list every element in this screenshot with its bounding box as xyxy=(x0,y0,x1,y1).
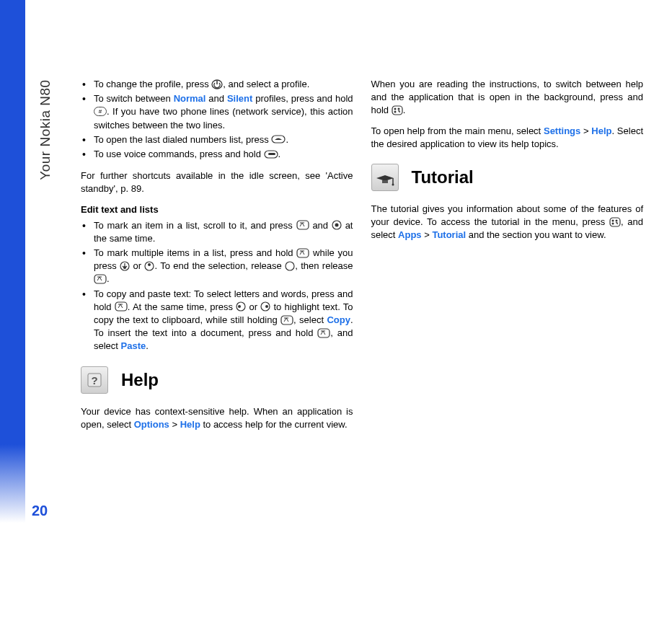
text: To open help from the main menu, select xyxy=(371,125,544,136)
text: and xyxy=(205,93,226,104)
page-content: To change the profile, press , and selec… xyxy=(81,78,643,438)
menu-link-tutorial: Tutorial xyxy=(432,229,466,240)
text: to access help for the current view. xyxy=(200,419,348,430)
text: To mark an item in a list, scroll to it,… xyxy=(94,220,296,231)
list-item: To copy and paste text: To select letter… xyxy=(81,288,353,353)
text: . If you have two phone lines (network s… xyxy=(94,106,353,130)
list-item: To change the profile, press , and selec… xyxy=(81,78,353,91)
blue-sidebar xyxy=(0,0,25,523)
list-item: To switch between Normal and Silent prof… xyxy=(81,92,353,132)
tutorial-app-icon xyxy=(371,164,399,191)
help-paragraph-3: To open help from the main menu, select … xyxy=(371,125,644,151)
nav-down-icon xyxy=(120,261,130,271)
hash-key-icon: # xyxy=(94,107,107,116)
nav-up-icon xyxy=(144,261,154,271)
text: . xyxy=(146,340,149,351)
menu-link-apps: Apps xyxy=(398,229,422,240)
svg-text:?: ? xyxy=(91,374,97,387)
menu-link-normal: Normal xyxy=(174,93,206,104)
menu-link-copy: Copy xyxy=(327,314,350,325)
edit-key-icon xyxy=(280,315,293,325)
call-key-icon xyxy=(271,135,286,144)
text: . xyxy=(286,134,288,145)
menu-link-settings: Settings xyxy=(544,125,580,136)
svg-point-32 xyxy=(612,219,614,221)
svg-point-7 xyxy=(335,224,338,227)
svg-point-12 xyxy=(148,263,151,266)
menu-link-help: Help xyxy=(591,125,611,136)
svg-point-25 xyxy=(394,107,396,110)
help-header: ? Help xyxy=(81,366,353,394)
svg-rect-31 xyxy=(610,218,620,226)
list-item: To open the last dialed numbers list, pr… xyxy=(81,133,353,146)
svg-rect-28 xyxy=(382,180,388,183)
text: > xyxy=(580,125,591,136)
column-left: To change the profile, press , and selec… xyxy=(81,78,353,438)
text: > xyxy=(169,419,180,430)
text: To use voice commands, press and hold xyxy=(94,149,264,159)
text: The tutorial gives you information about… xyxy=(371,203,644,227)
text: . xyxy=(107,273,110,284)
shortcuts-list: To change the profile, press , and selec… xyxy=(81,78,353,161)
svg-rect-8 xyxy=(297,249,309,257)
text: and xyxy=(309,220,332,231)
text: . At the same time, press xyxy=(128,301,236,312)
nav-left-icon xyxy=(236,301,246,312)
svg-rect-5 xyxy=(297,221,309,229)
list-item: To use voice commands, press and hold . xyxy=(81,148,353,161)
text: or xyxy=(130,260,144,271)
power-key-icon xyxy=(211,79,223,89)
edit-key-icon xyxy=(115,301,128,312)
svg-point-30 xyxy=(392,183,394,185)
svg-point-27 xyxy=(394,110,396,112)
list-item: To mark an item in a list, scroll to it,… xyxy=(81,219,353,245)
menu-link-silent: Silent xyxy=(227,93,252,104)
help-paragraph-1: Your device has context-sensitive help. … xyxy=(81,405,353,431)
svg-point-10 xyxy=(123,266,126,269)
tutorial-header: Tutorial xyxy=(371,164,644,191)
text: , select xyxy=(293,314,327,325)
list-item: To mark multiple items in a list, press … xyxy=(81,247,353,286)
menu-link-options: Options xyxy=(134,419,169,430)
nav-right-icon xyxy=(260,301,270,312)
tutorial-title: Tutorial xyxy=(412,165,474,190)
svg-point-34 xyxy=(612,222,614,224)
nav-icon xyxy=(285,261,295,271)
menu-key-icon xyxy=(392,105,403,115)
text: . xyxy=(403,105,406,115)
edit-key-icon xyxy=(296,248,309,258)
edit-key-icon xyxy=(94,274,107,284)
menu-link-help: Help xyxy=(180,419,200,430)
svg-rect-21 xyxy=(318,329,330,337)
page-number: 20 xyxy=(25,500,54,521)
menu-key-icon xyxy=(609,217,621,227)
edit-key-icon xyxy=(317,328,330,338)
svg-point-17 xyxy=(238,305,241,308)
edit-list: To mark an item in a list, scroll to it,… xyxy=(81,219,353,353)
side-title: Your Nokia N80 xyxy=(36,79,56,180)
help-paragraph-2: When you are reading the instructions, t… xyxy=(371,78,644,118)
svg-point-13 xyxy=(286,262,294,270)
softkey-icon xyxy=(264,150,278,159)
text: or xyxy=(246,301,260,312)
text: To mark multiple items in a list, press … xyxy=(94,247,296,258)
text: and the section you want to view. xyxy=(466,229,606,240)
text: , then release xyxy=(295,260,353,271)
text: To open the last dialed numbers list, pr… xyxy=(94,134,271,145)
help-app-icon: ? xyxy=(81,366,108,394)
svg-rect-14 xyxy=(94,275,106,283)
svg-rect-24 xyxy=(392,106,402,115)
svg-point-19 xyxy=(265,305,268,308)
text: . xyxy=(278,149,281,159)
svg-rect-15 xyxy=(115,302,127,311)
text: . To end the selection, release xyxy=(154,260,285,271)
text: To change the profile, press xyxy=(94,79,211,89)
help-title: Help xyxy=(121,368,159,392)
center-nav-icon xyxy=(332,220,342,230)
tutorial-paragraph: The tutorial gives you information about… xyxy=(371,203,644,242)
text: To switch between xyxy=(94,93,174,104)
svg-point-33 xyxy=(616,219,618,221)
svg-rect-20 xyxy=(281,316,293,325)
column-right: When you are reading the instructions, t… xyxy=(371,78,644,438)
text: When you are reading the instructions, t… xyxy=(371,79,644,115)
